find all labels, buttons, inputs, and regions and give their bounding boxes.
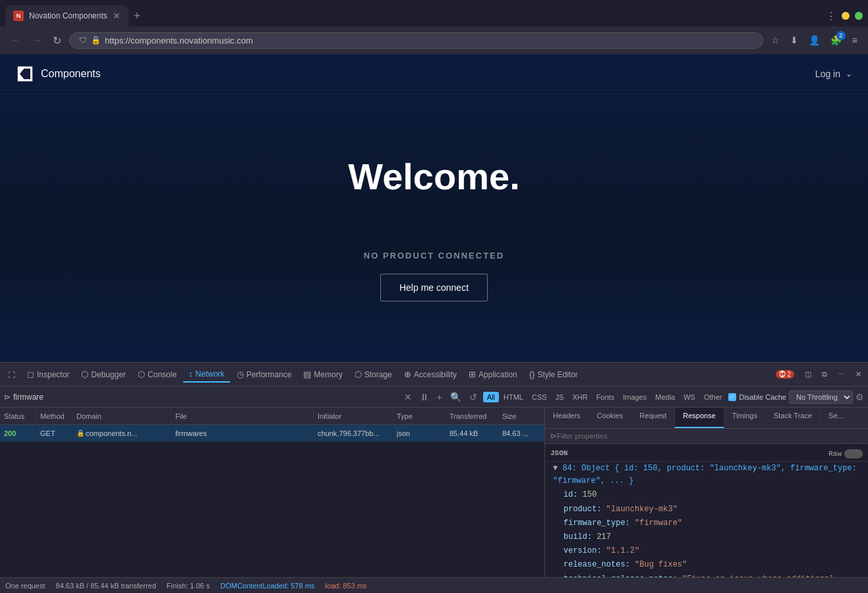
devtools-tab-accessibility[interactable]: ⊕ Accessibility [399,367,462,382]
window-controls: ⋮ [826,10,863,22]
performance-icon: ◷ [237,369,244,379]
url-text[interactable]: https://components.novationmusic.com [105,36,253,46]
filter-prop-icon: ⊳ [550,431,557,441]
window-dots[interactable]: ⋮ [826,10,836,22]
filter-properties-input[interactable] [557,432,863,440]
raw-toggle[interactable]: Raw [828,449,863,458]
tab-stack-trace[interactable]: Stack Trace [766,408,821,428]
website-content: Components Log in ⌄ Welcome. NO PRODUCT … [0,54,868,362]
devtools-tab-debugger[interactable]: ⬡ Debugger [76,367,131,382]
json-object-row[interactable]: ▼ 84: Object { id: 150, product: "launch… [545,462,868,488]
split-console-button[interactable]: ⧉ [818,369,831,380]
profile-button[interactable]: 👤 [806,32,823,48]
filter-type-css[interactable]: CSS [528,392,551,402]
filter-type-html[interactable]: HTML [500,392,527,402]
lock-icon: 🔒 [76,429,84,437]
back-button[interactable]: ← [8,32,24,49]
json-object-label: 84: Object { id: 150, product: "launchke… [553,464,857,485]
extensions-button[interactable]: 🧩 2 [828,32,844,48]
settings-button[interactable]: ⋯ [834,369,849,380]
clear-filter-button[interactable]: ✕ [401,390,415,404]
forward-button[interactable]: → [29,32,45,49]
disable-cache-checkbox[interactable]: ✓ [728,393,736,401]
memory-icon: ▤ [303,369,311,379]
row-initiator: chunk.796.377bb... [314,425,393,441]
raw-toggle-switch[interactable] [844,449,863,458]
devtools-pick-element[interactable]: ⛶ [3,368,20,381]
dom-content-loaded: DOMContentLoaded: 578 ms [220,582,314,590]
filter-icon: ⊳ [4,392,11,402]
devtools-tab-inspector[interactable]: ◻ Inspector [22,367,74,382]
filter-type-other[interactable]: Other [700,392,726,402]
devtools-tab-console[interactable]: ⬡ Console [132,367,182,382]
json-field-release-notes: release_notes: "Bug fixes" [545,558,868,572]
filter-type-ws[interactable]: WS [680,392,699,402]
tab-headers[interactable]: Headers [545,408,589,428]
console-icon: ⬡ [138,369,145,379]
debugger-label: Debugger [91,370,126,379]
menu-button[interactable]: ≡ [850,32,860,48]
col-method: Method [36,408,72,424]
json-key-build: build: [564,532,596,542]
devtools-tab-network[interactable]: ↕ Network [183,366,230,383]
filter-type-all[interactable]: All [483,392,499,402]
pause-button[interactable]: ⏸ [417,390,432,404]
filter-type-images[interactable]: Images [619,392,651,402]
devtools-tab-style-editor[interactable]: {} Style Editor [524,367,583,382]
load-time: load: 853 ms [325,582,366,590]
tab-close-btn[interactable]: ✕ [113,11,121,20]
devtools-tab-performance[interactable]: ◷ Performance [231,367,297,382]
throttle-select[interactable]: No Throttling [789,390,853,404]
storage-icon: ⬡ [355,369,362,379]
filter-type-fonts[interactable]: Fonts [593,392,619,402]
browser-chrome: N Novation Components ✕ + ⋮ ← → ↻ 🛡 🔒 ht… [0,0,868,54]
devtools-right-actions: ⓵ 2 ◫ ⧉ ⋯ ✕ [772,369,865,380]
clear-all-button[interactable]: ↺ [466,390,480,404]
row-size: 84.63 ... [498,425,544,441]
add-button[interactable]: + [434,390,446,404]
table-row[interactable]: 200 GET 🔒 components.n... firmwares chun… [0,425,544,442]
minimize-button[interactable] [842,12,850,20]
json-val-product: "launchkey-mk3" [606,505,678,514]
tab-cookies[interactable]: Cookies [589,408,632,428]
help-connect-button[interactable]: Help me connect [380,274,488,301]
tab-response[interactable]: Response [675,408,724,428]
filter-type-js[interactable]: JS [552,392,568,402]
application-label: Application [478,370,517,379]
shield-icon: 🛡 [79,36,87,45]
bookmark-button[interactable]: ☆ [768,32,782,48]
responsive-design-button[interactable]: ◫ [801,369,815,380]
search-button[interactable]: 🔍 [447,390,465,404]
row-transferred: 85.44 kB [446,425,498,441]
network-icon: ↕ [188,369,193,379]
raw-label: Raw [828,450,842,458]
filter-type-media[interactable]: Media [651,392,679,402]
tab-timings[interactable]: Timings [724,408,766,428]
address-bar[interactable]: 🛡 🔒 https://components.novationmusic.com [69,32,763,49]
download-button[interactable]: ⬇ [788,32,801,48]
tab-security[interactable]: Se... [821,408,852,428]
tab-request[interactable]: Request [631,408,675,428]
expand-icon[interactable]: ▼ [553,464,558,473]
devtools-tab-storage[interactable]: ⬡ Storage [349,367,397,382]
maximize-button[interactable] [855,12,863,20]
close-devtools-button[interactable]: ✕ [852,369,865,380]
devtools-toolbar: ⛶ ◻ Inspector ⬡ Debugger ⬡ Console ↕ Net… [0,363,868,387]
devtools-tab-memory[interactable]: ▤ Memory [298,367,347,382]
devtools-error-badge[interactable]: ⓵ 2 [772,369,798,380]
site-header-right: Log in ⌄ [815,69,852,79]
network-filter-input[interactable] [13,392,398,402]
disable-cache-option[interactable]: ✓ Disable Cache [728,393,786,401]
network-settings-button[interactable]: ⚙ [855,392,864,402]
new-tab-button[interactable]: + [131,7,144,26]
devtools-panel: ⛶ ◻ Inspector ⬡ Debugger ⬡ Console ↕ Net… [0,362,868,593]
active-tab[interactable]: N Novation Components ✕ [5,5,129,26]
refresh-button[interactable]: ↻ [50,32,64,49]
devtools-tab-application[interactable]: ⊞ Application [463,367,523,382]
filter-type-xhr[interactable]: XHR [568,392,591,402]
request-count: One request [5,582,45,590]
col-file: File [171,408,314,424]
inspector-icon: ◻ [27,369,34,379]
login-link[interactable]: Log in [815,69,840,79]
json-key-release-notes: release_notes: [564,560,635,569]
